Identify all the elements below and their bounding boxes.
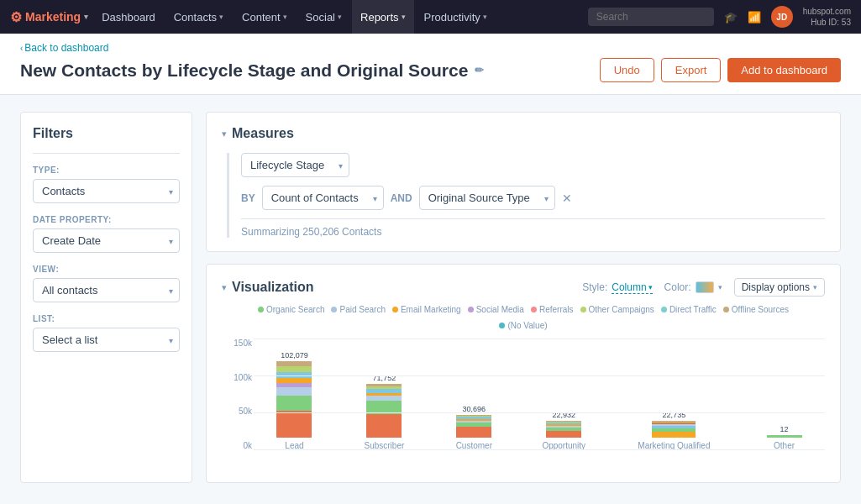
measures-section: ▾ Measures Lifecycle Stage ▾ BY [206, 112, 841, 252]
logo-icon: ⚙ [10, 9, 22, 25]
bar-label-subscriber: Subscriber [364, 441, 404, 450]
filters-title: Filters [33, 126, 180, 141]
color-label: Color: [664, 281, 691, 293]
add-to-dashboard-button[interactable]: Add to dashboard [727, 58, 841, 82]
measures-header[interactable]: ▾ Measures [222, 126, 825, 141]
bar-label-customer: Customer [456, 441, 492, 450]
bar-value-other: 12 [780, 425, 789, 433]
bar-stack-opportunity [546, 421, 581, 438]
bar-label-marketing-qualified: Marketing Qualified [638, 441, 710, 450]
edit-icon[interactable]: ✏ [475, 64, 484, 76]
nav-logo[interactable]: ⚙ Marketing ▾ [10, 9, 88, 25]
summarize-text: Summarizing 250,206 Contacts [241, 226, 825, 238]
view-label: VIEW: [33, 265, 180, 274]
export-button[interactable]: Export [661, 58, 722, 82]
date-property-select[interactable]: Create Date [33, 228, 180, 253]
back-to-dashboard[interactable]: ‹ Back to dashboard [20, 42, 841, 54]
undo-button[interactable]: Undo [600, 58, 654, 82]
viz-chevron-icon: ▾ [222, 282, 227, 293]
nav-item-productivity[interactable]: Productivity ▾ [416, 0, 496, 34]
legend-item-paid-search: Paid Search [331, 305, 385, 314]
page-header: ‹ Back to dashboard New Contacts by Life… [0, 34, 861, 95]
nav-item-contacts[interactable]: Contacts ▾ [165, 0, 232, 34]
type-select[interactable]: Contacts [33, 179, 180, 203]
view-select[interactable]: All contacts [33, 278, 180, 302]
contacts-chevron-icon: ▾ [219, 13, 223, 21]
legend-item-referrals: Referrals [531, 305, 574, 314]
type-label: TYPE: [33, 165, 180, 175]
bar-group-customer[interactable]: 30,696 Customer [433, 405, 515, 450]
chart-legend: Organic Search Paid Search Email Marketi… [222, 305, 825, 330]
bar-stack-subscriber [366, 384, 402, 438]
remove-breakdown-button[interactable]: ✕ [562, 192, 572, 204]
bar-stack-other [767, 435, 802, 438]
metric-select[interactable]: Count of Contacts [262, 186, 384, 210]
header-actions: Undo Export Add to dashboard [600, 58, 841, 82]
bar-stack-lead [276, 361, 312, 438]
bar-group-marketing-qualified[interactable]: 22,735 Marketing Qualified [613, 411, 735, 450]
top-navigation: ⚙ Marketing ▾ Dashboard Contacts ▾ Conte… [0, 0, 861, 34]
legend-item-offline-sources: Offline Sources [723, 305, 789, 314]
by-label: BY [241, 192, 255, 204]
bar-value-lead: 102,079 [281, 351, 308, 360]
breakdown-select[interactable]: Original Source Type [419, 186, 555, 210]
bar-stack-marketing-qualified [652, 421, 696, 438]
productivity-chevron-icon: ▾ [483, 13, 487, 21]
bar-stack-customer [456, 415, 491, 438]
page-title: New Contacts by Lifecycle Stage and Orig… [20, 60, 484, 81]
legend-item-organic-search: Organic Search [258, 305, 324, 314]
bar-value-marketing-qualified: 22,735 [663, 411, 686, 419]
display-options-chevron-icon: ▾ [813, 283, 817, 291]
social-chevron-icon: ▾ [338, 13, 342, 21]
dimension-select[interactable]: Lifecycle Stage [241, 153, 349, 177]
bar-value-opportunity: 22,932 [552, 411, 575, 419]
notifications-icon[interactable]: 🎓 [724, 11, 738, 24]
y-axis-labels: 150k 100k 50k 0k [222, 339, 252, 450]
list-select[interactable]: Select a list [33, 328, 180, 352]
chart-area: 150k 100k 50k 0k 102,079 [222, 339, 825, 469]
bar-group-opportunity[interactable]: 22,932 Opportunity [523, 411, 605, 450]
bar-label-lead: Lead [285, 441, 303, 450]
bar-group-subscriber[interactable]: 71,752 Subscriber [344, 374, 425, 450]
legend-item-email-marketing: Email Marketing [392, 305, 461, 314]
avatar[interactable]: JD [771, 6, 793, 28]
bar-label-other: Other [774, 441, 795, 450]
logo-chevron-icon: ▾ [84, 13, 88, 21]
bar-group-lead[interactable]: 102,079 Lead [254, 351, 335, 450]
search-input[interactable] [588, 8, 714, 26]
style-label: Style: [582, 281, 607, 293]
color-swatch[interactable] [696, 281, 714, 293]
legend-item-social-media: Social Media [468, 305, 524, 314]
back-chevron-icon: ‹ [20, 44, 23, 53]
legend-item-direct-traffic: Direct Traffic [661, 305, 717, 314]
nav-item-content[interactable]: Content ▾ [234, 0, 296, 34]
display-options-button[interactable]: Display options ▾ [734, 278, 825, 297]
hubspot-info: hubspot.com Hub ID: 53 [803, 6, 851, 28]
bar-value-customer: 30,696 [463, 405, 486, 413]
measures-title: Measures [232, 126, 294, 141]
bar-group-other[interactable]: 12 Other [743, 425, 825, 450]
legend-item-other-campaigns: Other Campaigns [580, 305, 654, 314]
reports-chevron-icon: ▾ [402, 13, 406, 21]
filters-panel: Filters TYPE: Contacts ▾ DATE PROPERTY: … [20, 112, 192, 483]
wifi-icon[interactable]: 📶 [748, 11, 761, 24]
color-chevron-icon: ▾ [718, 283, 722, 291]
nav-item-dashboard[interactable]: Dashboard [93, 0, 164, 34]
nav-item-reports[interactable]: Reports ▾ [352, 0, 414, 34]
measures-chevron-icon: ▾ [222, 129, 227, 139]
bar-value-subscriber: 71,752 [373, 374, 396, 382]
style-chevron-icon: ▾ [648, 283, 653, 291]
bar-label-opportunity: Opportunity [542, 441, 585, 450]
visualization-section: ▾ Visualization Style: Column ▾ Color: [206, 264, 841, 483]
list-label: LIST: [33, 314, 180, 323]
visualization-title: Visualization [232, 280, 314, 295]
and-label: AND [391, 192, 412, 204]
content-chevron-icon: ▾ [283, 13, 287, 21]
legend-item-no-value: (No Value) [499, 321, 547, 330]
viz-header-title[interactable]: ▾ Visualization [222, 280, 314, 295]
date-property-label: DATE PROPERTY: [33, 215, 180, 224]
style-value[interactable]: Column ▾ [612, 281, 652, 294]
nav-item-social[interactable]: Social ▾ [297, 0, 350, 34]
